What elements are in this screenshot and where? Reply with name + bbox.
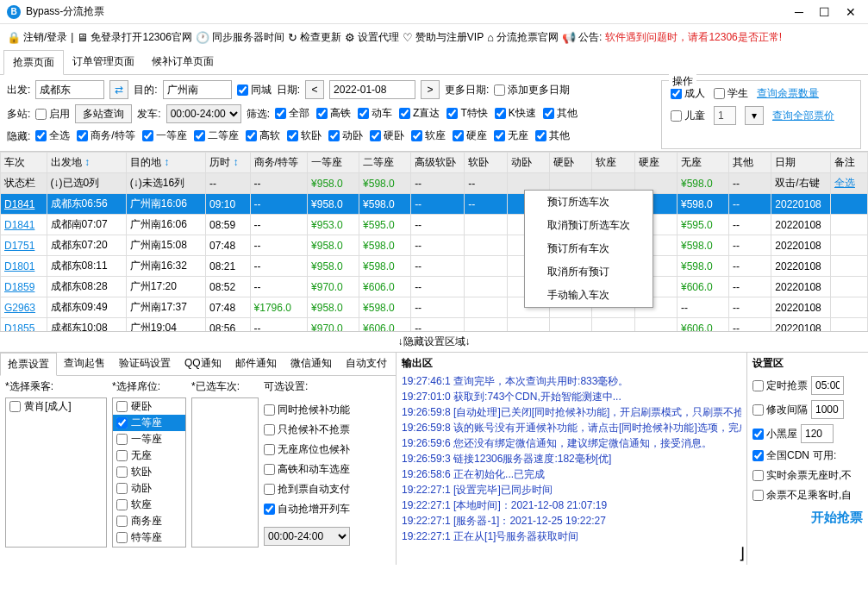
opt-5[interactable]: 自动抢增开列车 (264, 502, 350, 516)
table-row[interactable]: G2963成都东09:49广州南17:3707:48¥1796.0¥958.0¥… (1, 297, 868, 318)
check-update-button[interactable]: ↻检查更新 (288, 30, 341, 45)
multi-query-button[interactable]: 多站查询 (75, 104, 132, 123)
seat-item[interactable]: 商务座 (113, 513, 185, 529)
child-count-input[interactable] (714, 106, 736, 125)
col-12[interactable]: 硬座 (634, 153, 677, 173)
filter-6[interactable]: 其他 (543, 106, 578, 121)
col-4[interactable]: 商务/特等 (250, 153, 307, 173)
hide-3[interactable]: 二等座 (194, 128, 239, 143)
seat-item[interactable]: 二等座 (113, 415, 185, 431)
col-0[interactable]: 车次 (1, 153, 47, 173)
opt-4[interactable]: 抢到票自动支付 (264, 482, 350, 497)
query-remain-link[interactable]: 查询余票数量 (757, 86, 819, 101)
hide-11[interactable]: 其他 (535, 128, 570, 143)
hide-10[interactable]: 无座 (494, 128, 528, 143)
depart-input[interactable] (35, 80, 104, 99)
noseat-checkbox[interactable]: 余票不足乘客时,自 (752, 488, 852, 503)
enable-multi-checkbox[interactable]: 启用 (35, 107, 70, 122)
date-input[interactable] (329, 80, 415, 99)
maximize-button[interactable]: ☐ (819, 5, 830, 19)
col-13[interactable]: 无座 (677, 153, 728, 173)
dest-input[interactable] (163, 80, 232, 99)
timed-input[interactable] (811, 376, 844, 395)
col-3[interactable]: 历时 ↕ (206, 153, 250, 173)
cdn-checkbox[interactable]: 全国CDN (752, 448, 809, 463)
seat-item[interactable]: 软座 (113, 497, 185, 513)
swap-button[interactable]: ⇄ (109, 80, 128, 99)
table-row[interactable]: D1801成都东08:11广州南16:3208:21--¥958.0¥598.0… (1, 256, 868, 277)
sub-tab-5[interactable]: 微信通知 (284, 353, 339, 375)
blackroom-checkbox[interactable]: 小黑屋 (752, 427, 797, 441)
col-15[interactable]: 日期 (771, 153, 831, 173)
sub-tab-3[interactable]: QQ通知 (178, 353, 228, 375)
main-tab-0[interactable]: 抢票页面 (3, 50, 64, 75)
passenger-list[interactable]: 黄肖[成人] (5, 397, 107, 548)
sponsor-button[interactable]: ♡赞助与注册VIP (403, 30, 484, 45)
sub-tab-4[interactable]: 邮件通知 (228, 353, 284, 375)
interval-checkbox[interactable]: 修改间隔 (752, 403, 808, 417)
hide-6[interactable]: 动卧 (328, 128, 363, 143)
ctx-item-1[interactable]: 取消预订所选车次 (525, 214, 653, 237)
sub-tab-6[interactable]: 自动支付 (339, 353, 394, 375)
filter-4[interactable]: T特快 (446, 106, 487, 121)
hide-7[interactable]: 硬卧 (370, 128, 404, 143)
col-14[interactable]: 其他 (729, 153, 771, 173)
add-more-date-checkbox[interactable]: 添加更多日期 (494, 83, 570, 97)
seat-item[interactable]: 软卧 (113, 464, 185, 480)
seat-list[interactable]: 硬卧二等座一等座无座软卧动卧软座商务座特等座 (112, 397, 186, 548)
child-checkbox[interactable]: 儿童 (671, 109, 705, 123)
col-11[interactable]: 软座 (592, 153, 634, 173)
ctx-item-0[interactable]: 预订所选车次 (525, 191, 653, 214)
student-checkbox[interactable]: 学生 (714, 86, 748, 101)
interval-input[interactable] (811, 400, 844, 419)
seat-item[interactable]: 特等座 (113, 529, 185, 546)
ctx-item-4[interactable]: 手动输入车次 (525, 284, 653, 307)
main-tab-2[interactable]: 候补订单页面 (143, 50, 222, 74)
ctx-item-2[interactable]: 预订所有车次 (525, 237, 653, 260)
hide-settings-bar[interactable]: ↓隐藏设置区域↓ (0, 332, 868, 353)
table-row[interactable]: D1841成都东06:56广州南16:0609:10--¥958.0¥598.0… (1, 194, 868, 215)
opt-1[interactable]: 只抢候补不抢票 (264, 422, 350, 437)
hide-9[interactable]: 硬座 (453, 128, 487, 143)
main-tab-1[interactable]: 订单管理页面 (64, 50, 143, 74)
col-9[interactable]: 动卧 (507, 153, 549, 173)
seat-item[interactable]: 硬卧 (113, 398, 185, 415)
hide-5[interactable]: 软卧 (287, 128, 322, 143)
col-2[interactable]: 目的地 ↕ (126, 153, 205, 173)
seat-item[interactable]: 一等座 (113, 431, 185, 447)
col-6[interactable]: 二等座 (359, 153, 411, 173)
sub-tab-2[interactable]: 验证码设置 (112, 353, 178, 375)
col-10[interactable]: 硬卧 (549, 153, 591, 173)
minimize-button[interactable]: ─ (795, 5, 803, 19)
time-range-select[interactable]: 00:00-24:00 (166, 104, 241, 123)
seat-item[interactable]: 无座 (113, 447, 185, 464)
hide-4[interactable]: 高软 (246, 128, 280, 143)
hide-0[interactable]: 全选 (35, 128, 70, 143)
set-proxy-button[interactable]: ⚙设置代理 (345, 30, 399, 45)
blackroom-input[interactable] (801, 424, 834, 443)
table-row[interactable]: D1859成都东08:28广州17:2008:52--¥970.0¥606.0-… (1, 277, 868, 297)
passenger-item[interactable]: 黄肖[成人] (6, 398, 106, 415)
filter-2[interactable]: 动车 (358, 106, 392, 121)
filter-5[interactable]: K快速 (495, 106, 536, 121)
col-16[interactable]: 备注 (830, 153, 867, 173)
logout-button[interactable]: 🔒注销/登录 (7, 30, 67, 45)
chosen-train-list[interactable] (191, 397, 259, 548)
start-button[interactable]: 开始抢票 (752, 510, 863, 526)
table-row[interactable]: D1841成都南07:07广州南16:0608:59--¥953.0¥595.0… (1, 215, 868, 235)
opt-2[interactable]: 无座席位也候补 (264, 442, 350, 457)
opt-0[interactable]: 同时抢候补功能 (264, 403, 350, 417)
date-prev-button[interactable]: < (305, 80, 324, 99)
seat-item[interactable]: 动卧 (113, 480, 185, 497)
open-12306-button[interactable]: 🖥免登录打开12306官网 (77, 30, 191, 45)
ctx-item-3[interactable]: 取消所有预订 (525, 260, 653, 284)
filter-1[interactable]: 高铁 (316, 106, 351, 121)
opt-time-select[interactable]: 00:00-24:00 (264, 527, 350, 546)
col-5[interactable]: 一等座 (308, 153, 359, 173)
table-row[interactable]: D1855成都东10:08广州19:0408:56--¥970.0¥606.0-… (1, 318, 868, 333)
sync-time-button[interactable]: 🕐同步服务器时间 (196, 30, 284, 45)
close-button[interactable]: ✕ (846, 5, 856, 19)
date-next-button[interactable]: > (421, 80, 440, 99)
filter-3[interactable]: Z直达 (399, 106, 440, 121)
query-price-link[interactable]: 查询全部票价 (772, 109, 834, 123)
